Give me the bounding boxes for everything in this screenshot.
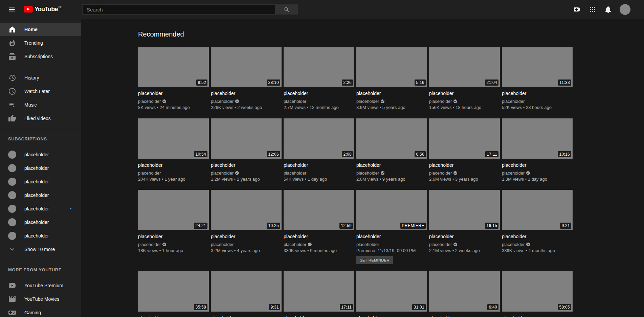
video-title[interactable]: placeholder: [138, 90, 209, 97]
search-button[interactable]: [275, 4, 298, 15]
video-thumbnail[interactable]: 16:15: [429, 190, 500, 230]
duration-badge: 5:16: [415, 80, 426, 86]
channel-name[interactable]: placeholder: [138, 242, 161, 247]
video-thumbnail[interactable]: 58:05: [502, 271, 573, 312]
video-byline: placeholder: [502, 171, 573, 176]
channel-name[interactable]: placeholder: [429, 99, 452, 104]
video-thumbnail[interactable]: 10:25: [211, 190, 282, 230]
video-title[interactable]: placeholder: [429, 162, 500, 168]
video-title[interactable]: placeholder: [502, 233, 573, 240]
sidebar-subscription-placeholder[interactable]: placeholder: [0, 175, 81, 188]
video-title[interactable]: placeholder: [502, 315, 573, 317]
duration-badge: 10:54: [194, 151, 207, 157]
sidebar-item-music[interactable]: Music: [0, 98, 81, 112]
video-title[interactable]: placeholder: [429, 90, 500, 97]
sidebar-subscription-placeholder[interactable]: placeholder: [0, 161, 81, 175]
channel-name[interactable]: placeholder: [429, 242, 452, 247]
channel-name[interactable]: placeholder: [429, 171, 452, 176]
video-thumbnail[interactable]: 6:56: [356, 118, 427, 159]
video-meta: 330K views • 9 months ago: [284, 248, 354, 253]
video-title[interactable]: placeholder: [284, 315, 354, 317]
sidebar-item-watch-later[interactable]: Watch Later: [0, 85, 81, 98]
video-title[interactable]: placeholder: [502, 162, 573, 168]
sidebar-item-youtube-premium[interactable]: YouTube Premium: [0, 279, 81, 292]
sidebar-item-history[interactable]: History: [0, 71, 81, 85]
notifications-bell-button[interactable]: [604, 5, 612, 14]
video-thumbnail[interactable]: 8:52: [138, 47, 209, 87]
video-title[interactable]: placeholder: [211, 233, 282, 240]
video-title[interactable]: placeholder: [138, 162, 209, 168]
channel-name[interactable]: placeholder: [284, 242, 306, 247]
sidebar-subscription-placeholder[interactable]: placeholder: [0, 148, 81, 161]
channel-name[interactable]: placeholder: [211, 171, 234, 176]
video-thumbnail[interactable]: 11:33: [502, 47, 573, 87]
video-thumbnail[interactable]: 10:54: [138, 118, 209, 159]
video-title[interactable]: placeholder: [429, 315, 500, 317]
channel-name[interactable]: placeholder: [502, 242, 525, 247]
channel-name[interactable]: placeholder: [138, 171, 161, 176]
channel-name[interactable]: placeholder: [356, 171, 379, 176]
video-thumbnail[interactable]: PREMIERE: [356, 190, 427, 230]
sidebar-item-trending[interactable]: Trending: [0, 36, 81, 50]
video-thumbnail[interactable]: 9:21: [502, 190, 573, 230]
video-title[interactable]: placeholder: [284, 162, 354, 168]
create-video-button[interactable]: [573, 5, 581, 14]
hamburger-menu-button[interactable]: [8, 6, 16, 13]
video-title[interactable]: placeholder: [284, 90, 354, 97]
sidebar-item-youtube-movies[interactable]: YouTube Movies: [0, 292, 81, 306]
show-more-button[interactable]: Show 10 more: [0, 243, 81, 256]
apps-grid-button[interactable]: [589, 5, 597, 14]
avatar[interactable]: [620, 4, 630, 15]
sidebar-item-subscriptions[interactable]: Subscriptions: [0, 50, 81, 63]
duration-badge: 12:06: [267, 151, 280, 157]
sidebar-subscription-placeholder[interactable]: placeholder: [0, 216, 81, 229]
video-thumbnail[interactable]: 31:01: [356, 271, 427, 312]
video-title[interactable]: placeholder: [211, 162, 282, 168]
channel-avatar: [8, 151, 16, 159]
channel-name[interactable]: placeholder: [211, 242, 234, 247]
video-title[interactable]: placeholder: [211, 315, 282, 317]
video-thumbnail[interactable]: 24:21: [138, 190, 209, 230]
video-thumbnail[interactable]: 21:04: [429, 47, 500, 87]
video-title[interactable]: placeholder: [429, 233, 500, 240]
video-thumbnail[interactable]: 6:40: [429, 271, 500, 312]
channel-name[interactable]: placeholder: [211, 99, 234, 104]
video-thumbnail[interactable]: 5:16: [356, 47, 427, 87]
sidebar-item-liked-videos[interactable]: Liked videos: [0, 112, 81, 125]
video-title[interactable]: placeholder: [356, 90, 427, 97]
search-input[interactable]: [82, 4, 275, 15]
video-title[interactable]: placeholder: [138, 315, 209, 317]
channel-name[interactable]: placeholder: [284, 99, 306, 104]
channel-name[interactable]: placeholder: [502, 99, 525, 104]
video-thumbnail[interactable]: 12:59: [284, 190, 354, 230]
video-thumbnail[interactable]: 12:06: [211, 118, 282, 159]
video-thumbnail[interactable]: 35:58: [138, 271, 209, 312]
video-title[interactable]: placeholder: [211, 90, 282, 97]
video-title[interactable]: placeholder: [284, 233, 354, 240]
sidebar-item-home[interactable]: Home: [0, 23, 81, 36]
channel-name[interactable]: placeholder: [284, 171, 306, 176]
youtube-logo[interactable]: YouTube NL: [24, 6, 62, 13]
video-title[interactable]: placeholder: [356, 315, 427, 317]
video-thumbnail[interactable]: 10:16: [502, 118, 573, 159]
set-reminder-button[interactable]: SET REMINDER: [356, 256, 393, 264]
sidebar-subscription-placeholder[interactable]: placeholder: [0, 202, 81, 216]
sidebar-item-gaming[interactable]: Gaming: [0, 306, 81, 317]
subscription-channel-label: placeholder: [24, 165, 49, 171]
video-title[interactable]: placeholder: [138, 233, 209, 240]
video-thumbnail[interactable]: 2:08: [284, 118, 354, 159]
sidebar-subscription-placeholder[interactable]: placeholder: [0, 188, 81, 202]
video-title[interactable]: placeholder: [356, 233, 427, 240]
video-thumbnail[interactable]: 28:10: [211, 47, 282, 87]
channel-name[interactable]: placeholder: [138, 99, 161, 104]
video-thumbnail[interactable]: 17:11: [284, 271, 354, 312]
channel-name[interactable]: placeholder: [356, 99, 379, 104]
video-title[interactable]: placeholder: [502, 90, 573, 97]
sidebar-subscription-placeholder[interactable]: placeholder: [0, 229, 81, 243]
video-thumbnail[interactable]: 17:11: [429, 118, 500, 159]
video-thumbnail[interactable]: 9:31: [211, 271, 282, 312]
channel-name[interactable]: placeholder: [502, 171, 525, 176]
channel-name[interactable]: placeholder: [356, 242, 379, 247]
video-title[interactable]: placeholder: [356, 162, 427, 168]
video-thumbnail[interactable]: 2:26: [284, 47, 354, 87]
